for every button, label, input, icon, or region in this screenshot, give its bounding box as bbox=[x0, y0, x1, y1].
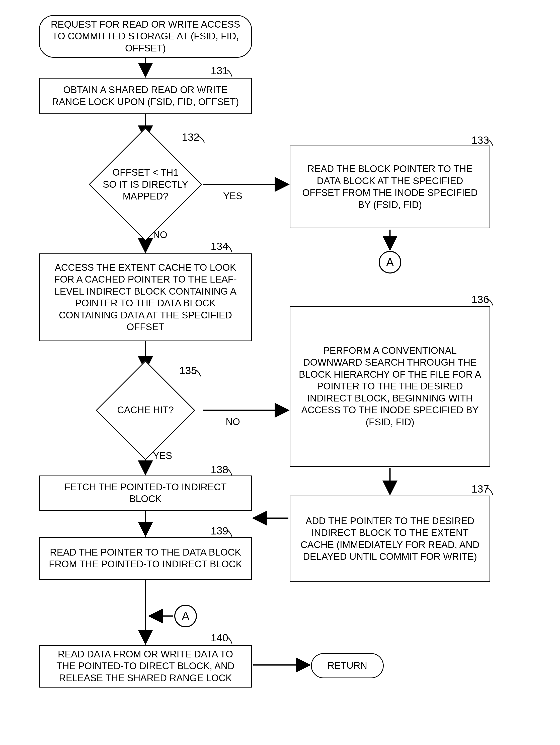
label-135-yes: YES bbox=[153, 450, 172, 461]
ref-138: 138 bbox=[211, 464, 228, 476]
label-135-no: NO bbox=[226, 417, 240, 427]
ref-135: 135 bbox=[179, 365, 197, 377]
ref-140: 140 bbox=[211, 632, 228, 644]
ref-139: 139 bbox=[211, 525, 228, 537]
ref-131: 131 bbox=[211, 65, 228, 77]
step-139: READ THE POINTER TO THE DATA BLOCK FROM … bbox=[39, 537, 252, 580]
step-134: ACCESS THE EXTENT CACHE TO LOOK FOR A CA… bbox=[39, 253, 252, 341]
step-138: FETCH THE POINTED-TO INDIRECT BLOCK bbox=[39, 476, 252, 511]
decision-135-text: CACHE HIT? bbox=[100, 404, 190, 416]
label-132-yes: YES bbox=[223, 191, 242, 201]
step-131: OBTAIN A SHARED READ OR WRITE RANGE LOCK… bbox=[39, 78, 252, 114]
step-133: READ THE BLOCK POINTER TO THE DATA BLOCK… bbox=[290, 145, 490, 228]
start-terminal: REQUEST FOR READ OR WRITE ACCESS TO COMM… bbox=[39, 15, 252, 58]
ref-137: 137 bbox=[471, 483, 489, 495]
connector-a-top: A bbox=[379, 251, 401, 273]
ref-133: 133 bbox=[471, 134, 489, 146]
ref-132: 132 bbox=[182, 131, 199, 143]
step-137: ADD THE POINTER TO THE DESIRED INDIRECT … bbox=[290, 495, 490, 582]
ref-134: 134 bbox=[211, 240, 228, 253]
flowchart: REQUEST FOR READ OR WRITE ACCESS TO COMM… bbox=[10, 15, 550, 740]
ref-136: 136 bbox=[471, 294, 489, 305]
step-140: READ DATA FROM OR WRITE DATA TO THE POIN… bbox=[39, 645, 252, 687]
step-136: PERFORM A CONVENTIONAL DOWNWARD SEARCH T… bbox=[290, 306, 490, 467]
connector-a-bottom: A bbox=[174, 605, 197, 627]
return-terminal: RETURN bbox=[311, 653, 384, 678]
label-132-no: NO bbox=[153, 230, 167, 240]
decision-132-text: OFFSET < TH1SO IT IS DIRECTLYMAPPED? bbox=[85, 167, 206, 202]
